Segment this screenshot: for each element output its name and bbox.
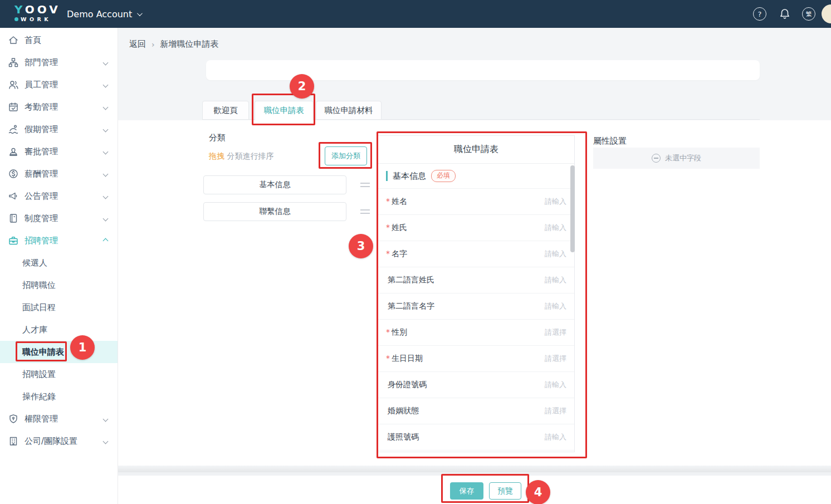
sidebar-item-label: 公司/團隊設置 [25, 436, 77, 447]
notifications-bell-icon[interactable] [778, 7, 791, 21]
sidebar-item-label: 假期管理 [25, 124, 58, 135]
org-chart-icon [8, 57, 19, 68]
form-field-row[interactable]: *姓氏 請輸入 [378, 215, 574, 241]
help-icon[interactable]: ? [753, 7, 766, 21]
chevron-down-icon [103, 126, 109, 132]
logo-text-accent: Y [14, 3, 25, 16]
sidebar: 首頁 部門管理 員工管理 考勤管理 假期管理 審批管理 [0, 28, 118, 504]
app-window: YOOV WORK Demo Account ? 繁 首頁 部門管理 [0, 0, 831, 504]
form-field-row[interactable]: 第二語言姓氏 請輸入 [378, 267, 574, 293]
chevron-down-icon [103, 149, 109, 154]
category-section-title: 分類 [209, 133, 226, 143]
tab-job-application-materials[interactable]: 職位申請材料 [316, 101, 382, 120]
sidebar-item-label: 招聘管理 [25, 236, 58, 246]
sidebar-item-interview-schedule[interactable]: 面試日程 [0, 296, 118, 319]
tab-job-application-form[interactable]: 職位申請表 [255, 101, 314, 120]
drag-hint: 拖拽 分類進行排序 [209, 151, 273, 162]
required-asterisk: * [386, 197, 390, 205]
sidebar-item-job-openings[interactable]: 招聘職位 [0, 274, 118, 296]
chevron-down-icon [103, 193, 109, 199]
back-link[interactable]: 返回 [129, 39, 146, 50]
dollar-circle-icon [8, 168, 19, 179]
page-title: 新增職位申請表 [160, 39, 219, 50]
properties-panel-title: 屬性設置 [593, 136, 627, 146]
home-icon [8, 35, 19, 46]
preview-button[interactable]: 預覽 [489, 482, 521, 500]
account-switcher[interactable]: Demo Account [67, 0, 141, 28]
stamp-icon [8, 146, 19, 157]
drag-hint-keyword: 拖拽 [209, 151, 224, 160]
form-field-row[interactable]: *名字 請輸入 [378, 241, 574, 267]
field-placeholder: 請選擇 [545, 327, 566, 337]
required-asterisk: * [386, 354, 390, 363]
field-placeholder: 請輸入 [545, 197, 566, 207]
sidebar-item-holiday[interactable]: 假期管理 [0, 118, 118, 140]
yoov-work-logo: YOOV WORK [14, 4, 61, 22]
chevron-down-icon [103, 104, 109, 110]
chevron-down-icon [103, 438, 109, 444]
sidebar-item-announcement[interactable]: 公告管理 [0, 185, 118, 207]
form-section-header[interactable]: 基本信息 必填 [378, 164, 574, 189]
logo-dot-icon [14, 17, 18, 21]
content-bottom-shadow [118, 466, 831, 472]
form-field-row[interactable]: *性別 請選擇 [378, 320, 574, 346]
sidebar-item-recruitment[interactable]: 招聘管理 [0, 229, 118, 252]
account-name: Demo Account [67, 9, 132, 19]
breadcrumb: 返回 › 新增職位申請表 [129, 39, 219, 50]
user-avatar[interactable] [822, 4, 831, 23]
form-field-row[interactable]: *姓名 請輸入 [378, 189, 574, 215]
sidebar-item-label: 考勤管理 [25, 102, 58, 112]
field-label: 身份證號碼 [388, 380, 427, 389]
sidebar-item-label: 員工管理 [25, 80, 58, 90]
sidebar-item-label: 公告管理 [25, 191, 58, 202]
field-placeholder: 請輸入 [545, 223, 566, 233]
sidebar-item-policy[interactable]: 制度管理 [0, 207, 118, 229]
form-field-row[interactable]: 護照號碼 請輸入 [378, 424, 574, 451]
required-asterisk: * [386, 249, 390, 258]
form-field-row[interactable]: 第二語言名字 請輸入 [378, 293, 574, 320]
field-placeholder: 請輸入 [545, 380, 566, 390]
megaphone-icon [8, 190, 19, 202]
form-field-row[interactable]: 婚姻狀態 請選擇 [378, 398, 574, 424]
chevron-down-icon [103, 216, 109, 221]
form-field-row[interactable]: 身份證號碼 請輸入 [378, 372, 574, 398]
form-field-row[interactable]: *生日日期 請選擇 [378, 346, 574, 372]
language-toggle-icon[interactable]: 繁 [802, 7, 815, 21]
sidebar-item-departments[interactable]: 部門管理 [0, 51, 118, 74]
field-label: 護照號碼 [388, 432, 419, 441]
people-icon [8, 79, 19, 90]
field-placeholder: 請輸入 [545, 249, 566, 259]
chevron-down-icon [103, 171, 109, 177]
field-placeholder: 請選擇 [545, 354, 566, 364]
form-name-card [206, 60, 760, 80]
field-label: 第二語言姓氏 [388, 275, 434, 284]
add-category-button[interactable]: 添加分類 [325, 146, 367, 165]
sidebar-item-payroll[interactable]: 薪酬管理 [0, 163, 118, 185]
logo-word: WORK [21, 17, 51, 22]
sidebar-item-talent-pool[interactable]: 人才庫 [0, 319, 118, 341]
sidebar-item-label: 部門管理 [25, 57, 58, 68]
sidebar-item-staff[interactable]: 員工管理 [0, 74, 118, 96]
field-placeholder: 請輸入 [545, 301, 566, 311]
sidebar-item-operation-log[interactable]: 操作紀錄 [0, 385, 118, 408]
sidebar-item-candidates[interactable]: 候選人 [0, 252, 118, 274]
sidebar-item-home[interactable]: 首頁 [0, 29, 118, 51]
save-button[interactable]: 保存 [450, 482, 483, 500]
sidebar-item-attendance[interactable]: 考勤管理 [0, 96, 118, 118]
drag-handle-icon[interactable] [360, 209, 370, 214]
sidebar-item-permissions[interactable]: 權限管理 [0, 408, 118, 430]
section-accent-bar [386, 171, 388, 181]
sidebar-item-job-application-form[interactable]: 職位申請表 [0, 341, 118, 363]
field-label: 名字 [392, 249, 407, 258]
tab-welcome-page[interactable]: 歡迎頁 [202, 101, 249, 120]
form-preview-title: 職位申請表 [378, 136, 574, 164]
category-item-basic-info[interactable]: 基本信息 [203, 175, 346, 194]
sidebar-item-recruitment-settings[interactable]: 招聘設置 [0, 363, 118, 385]
sidebar-item-label: 審批管理 [25, 146, 58, 157]
drag-handle-icon[interactable] [360, 183, 370, 187]
panel-scrollbar-thumb[interactable] [570, 165, 575, 252]
sidebar-item-label: 薪酬管理 [25, 169, 58, 179]
sidebar-item-company-settings[interactable]: 公司/團隊設置 [0, 430, 118, 452]
category-item-contact-info[interactable]: 聯繫信息 [203, 202, 346, 221]
sidebar-item-approval[interactable]: 審批管理 [0, 140, 118, 163]
